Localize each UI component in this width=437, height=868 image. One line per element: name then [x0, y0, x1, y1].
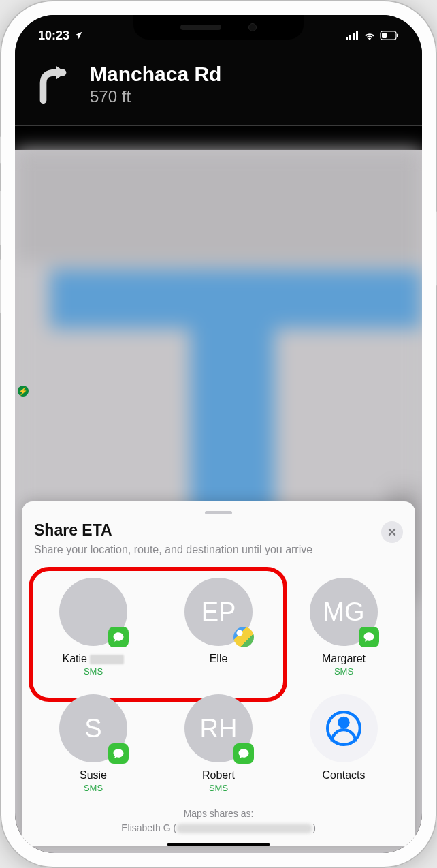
status-time: 10:23 [38, 29, 69, 43]
svg-rect-8 [15, 150, 422, 262]
avatar-initials: S [84, 714, 101, 743]
cellular-icon [346, 31, 359, 40]
avatar-initials: EP [201, 598, 236, 627]
avatar [59, 578, 127, 646]
messages-badge-icon [108, 627, 129, 647]
sheet-grabber[interactable] [205, 511, 232, 514]
location-arrow-icon [74, 31, 83, 40]
contact-margaret[interactable]: MG Margaret SMS [285, 578, 403, 677]
avatar: S [59, 694, 127, 762]
contact-name: Robert [202, 769, 235, 781]
contact-name: Susie [80, 769, 107, 781]
svg-rect-0 [346, 37, 348, 40]
speaker-grille [180, 25, 221, 30]
notch [133, 15, 304, 40]
avatar-initials: RH [200, 714, 238, 743]
contact-katie[interactable]: Katie SMS [34, 578, 152, 677]
charging-station-icon: ⚡ [18, 386, 29, 397]
home-indicator[interactable] [167, 843, 270, 846]
contact-name: Contacts [322, 769, 365, 781]
svg-point-13 [338, 717, 349, 728]
close-icon [387, 527, 397, 537]
sms-label: SMS [84, 666, 103, 677]
contact-name: Katie [63, 653, 125, 665]
svg-rect-2 [353, 33, 355, 40]
contact-elle[interactable]: EP Elle [159, 578, 278, 677]
side-button-silence [0, 136, 1, 164]
svg-rect-5 [382, 33, 387, 38]
svg-rect-6 [397, 34, 398, 37]
share-as-identity: Elisabeth G () [34, 821, 403, 835]
nav-road-name: Manchaca Rd [90, 63, 221, 86]
svg-rect-3 [356, 31, 358, 40]
messages-badge-icon [108, 743, 129, 764]
side-button-vol-up [0, 191, 1, 245]
avatar-initials: MG [323, 598, 364, 627]
svg-rect-1 [349, 35, 351, 40]
avatar: RH [184, 694, 253, 762]
side-button-vol-down [0, 259, 1, 313]
wifi-icon [363, 31, 376, 40]
contact-name: Elle [210, 653, 228, 665]
sms-label: SMS [209, 783, 228, 793]
messages-badge-icon [359, 627, 379, 647]
maps-badge-icon [233, 627, 254, 647]
share-as-label: Maps shares as: [34, 807, 403, 821]
contacts-app-button[interactable]: Contacts [285, 694, 403, 793]
share-eta-sheet: Share ETA Share your location, route, an… [22, 501, 415, 846]
device-frame: 10:23 [0, 0, 437, 868]
sheet-subtitle: Share your location, route, and destinat… [34, 542, 403, 557]
sheet-title: Share ETA [34, 521, 403, 540]
turn-right-icon [33, 63, 75, 106]
share-as-footer: Maps shares as: Elisabeth G () [34, 807, 403, 835]
nav-distance: 570 ft [90, 87, 221, 106]
battery-icon [380, 31, 399, 40]
contact-name: Margaret [322, 653, 366, 665]
sms-label: SMS [84, 783, 103, 793]
contacts-icon [310, 694, 378, 762]
front-camera [248, 23, 257, 31]
contact-robert[interactable]: RH Robert SMS [159, 694, 278, 793]
screen: 10:23 [15, 15, 422, 853]
messages-badge-icon [233, 743, 254, 764]
close-button[interactable] [381, 521, 403, 543]
contact-susie[interactable]: S Susie SMS [34, 694, 152, 793]
contacts-grid: Katie SMS EP Elle MG [34, 578, 403, 793]
avatar: MG [310, 578, 378, 646]
avatar: EP [184, 578, 253, 646]
sms-label: SMS [334, 666, 353, 677]
